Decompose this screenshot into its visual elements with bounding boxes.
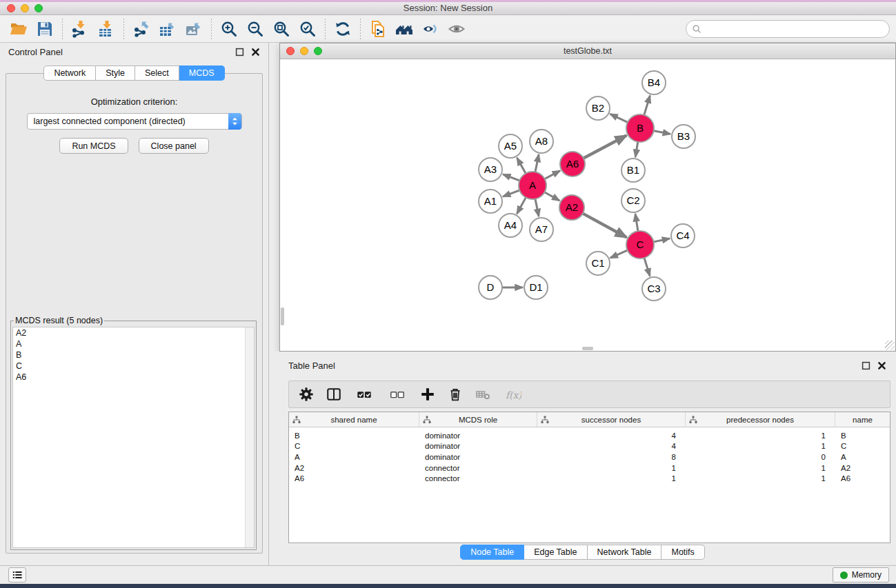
close-panel-icon[interactable] — [251, 48, 260, 57]
edge-C-C3[interactable] — [644, 257, 650, 276]
edge-A-A1[interactable] — [503, 190, 520, 196]
search-input[interactable] — [706, 22, 889, 36]
node-D1[interactable]: D1 — [524, 276, 548, 299]
checked-pair-button[interactable] — [352, 385, 376, 403]
refresh-button[interactable] — [332, 19, 353, 39]
node-B2[interactable]: B2 — [586, 97, 610, 120]
export-image-button[interactable] — [183, 19, 204, 39]
node-B4[interactable]: B4 — [642, 71, 666, 94]
mcds-result-list[interactable]: A2ABCA6 — [12, 327, 255, 548]
tab-edge-table[interactable]: Edge Table — [524, 545, 587, 560]
search-field[interactable] — [686, 20, 890, 38]
mcds-result-item[interactable]: A2 — [13, 327, 254, 338]
column-header-name[interactable]: name — [835, 412, 890, 427]
vertical-scrollbar-thumb[interactable] — [281, 307, 284, 325]
node-C[interactable]: C — [626, 231, 654, 258]
table-row[interactable]: A2connector11A2 — [289, 463, 890, 474]
node-A3[interactable]: A3 — [479, 158, 502, 181]
open-folder-button[interactable] — [8, 19, 29, 39]
eye-button[interactable] — [446, 19, 467, 39]
mcds-result-item[interactable]: A6 — [13, 372, 254, 383]
close-table-panel-icon[interactable] — [877, 361, 886, 370]
node-C1[interactable]: C1 — [586, 252, 610, 275]
window-resize-grip[interactable] — [885, 341, 895, 350]
minimize-window-button[interactable] — [21, 4, 29, 12]
node-C3[interactable]: C3 — [642, 277, 666, 301]
network-graph[interactable]: AA1A2A3A4A5A6A7A8BB1B2B3B4CC1C2C3C4DD1 — [280, 59, 895, 351]
table-row[interactable]: A6connector11A6 — [289, 473, 890, 484]
close-network-window-button[interactable] — [286, 47, 295, 55]
edge-B-B1[interactable] — [635, 141, 638, 157]
node-A1[interactable]: A1 — [479, 190, 502, 213]
float-panel-icon[interactable] — [235, 48, 244, 57]
tab-style[interactable]: Style — [96, 65, 135, 81]
float-table-panel-icon[interactable] — [862, 361, 870, 370]
network-canvas[interactable]: AA1A2A3A4A5A6A7A8BB1B2B3B4CC1C2C3C4DD1 — [280, 59, 895, 351]
column-header-predecessor-nodes[interactable]: predecessor nodes — [686, 412, 835, 427]
node-A8[interactable]: A8 — [530, 130, 553, 153]
zoom-fit-button[interactable] — [271, 19, 292, 39]
import-network-button[interactable] — [70, 19, 90, 39]
node-A[interactable]: A — [519, 172, 546, 199]
plus-button[interactable] — [419, 385, 437, 403]
edge-A2-C[interactable] — [582, 213, 626, 237]
edge-A-A4[interactable] — [517, 197, 526, 214]
network-window-titlebar[interactable]: testGlobe.txt — [280, 43, 895, 59]
unchecked-pair-button[interactable] — [386, 385, 409, 403]
edge-C-C2[interactable] — [635, 214, 638, 232]
memory-button[interactable]: Memory — [833, 567, 889, 582]
node-table[interactable]: shared nameMCDS rolesuccessor nodesprede… — [288, 412, 890, 543]
edge-A-A3[interactable] — [503, 174, 520, 181]
columns-button[interactable] — [325, 385, 343, 403]
tab-motifs[interactable]: Motifs — [661, 545, 704, 560]
tab-mcds[interactable]: MCDS — [179, 65, 225, 81]
edge-A-A8[interactable] — [535, 154, 539, 172]
minimize-network-window-button[interactable] — [300, 47, 308, 55]
node-D[interactable]: D — [479, 276, 502, 299]
zoom-out-button[interactable] — [245, 19, 266, 39]
zoom-in-button[interactable] — [219, 19, 239, 39]
node-A5[interactable]: A5 — [499, 134, 522, 158]
edge-A-A5[interactable] — [517, 158, 526, 174]
mcds-result-item[interactable]: A — [13, 338, 254, 349]
eye-flag-button[interactable] — [420, 19, 441, 39]
export-table-button[interactable] — [157, 19, 178, 39]
optimization-criterion-select[interactable]: largest connected component (directed) — [27, 113, 242, 130]
edge-C-C4[interactable] — [653, 239, 670, 242]
save-session-button[interactable] — [34, 19, 55, 39]
node-C4[interactable]: C4 — [671, 224, 695, 247]
tab-select[interactable]: Select — [135, 65, 179, 81]
horizontal-scrollbar-thumb[interactable] — [582, 347, 593, 350]
edge-A6-B[interactable] — [583, 136, 626, 159]
mcds-result-item[interactable]: C — [13, 361, 254, 372]
close-mcds-panel-button[interactable]: Close panel — [139, 138, 209, 154]
fullscreen-window-button[interactable] — [34, 4, 43, 12]
scrollbar-track[interactable] — [245, 327, 254, 547]
node-A2[interactable]: A2 — [559, 195, 584, 220]
node-B1[interactable]: B1 — [621, 159, 645, 182]
import-table-button[interactable] — [96, 19, 117, 39]
tab-network[interactable]: Network — [43, 65, 96, 81]
table-row[interactable]: Bdominator41B — [289, 430, 890, 441]
tab-node-table[interactable]: Node Table — [460, 545, 524, 560]
node-A6[interactable]: A6 — [560, 152, 585, 176]
edge-A-A6[interactable] — [544, 171, 560, 179]
node-A7[interactable]: A7 — [530, 218, 553, 241]
gear-button[interactable] — [297, 385, 315, 403]
column-header-shared-name[interactable]: shared name — [289, 412, 419, 427]
node-B3[interactable]: B3 — [672, 125, 695, 148]
node-B[interactable]: B — [626, 114, 654, 142]
table-row[interactable]: Adominator80A — [289, 452, 890, 463]
edge-B-B2[interactable] — [610, 114, 628, 122]
show-panels-button[interactable] — [8, 567, 26, 582]
column-header-successor-nodes[interactable]: successor nodes — [537, 412, 686, 427]
node-A4[interactable]: A4 — [499, 214, 522, 237]
close-window-button[interactable] — [7, 4, 15, 12]
column-header-MCDS-role[interactable]: MCDS role — [419, 412, 537, 427]
table-row[interactable]: Cdominator41C — [289, 441, 890, 452]
zoom-network-window-button[interactable] — [314, 47, 322, 55]
edge-C-C1[interactable] — [610, 250, 628, 258]
trash-button[interactable] — [446, 385, 464, 403]
tab-network-table[interactable]: Network Table — [588, 545, 662, 560]
node-C2[interactable]: C2 — [621, 189, 645, 212]
